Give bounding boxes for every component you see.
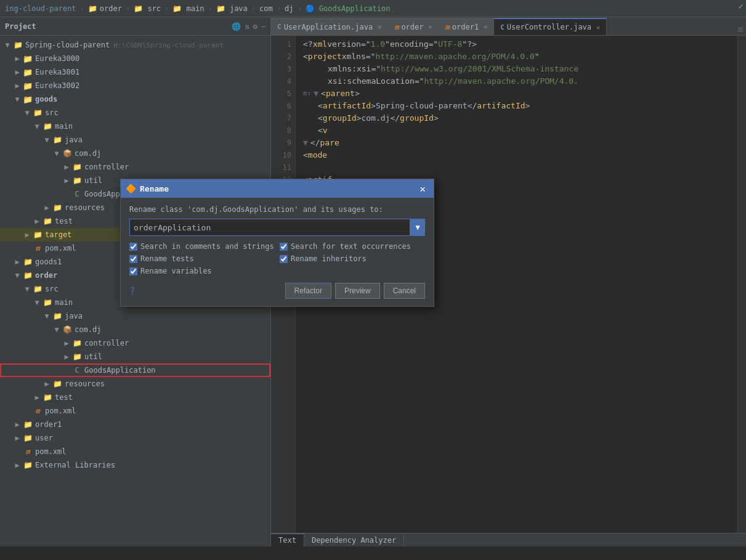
tree-item-order-util[interactable]: ▶ 📁 util	[0, 350, 270, 363]
sync-icon[interactable]: ⇅	[245, 22, 249, 31]
breadcrumb-src[interactable]: 📁 src	[134, 4, 161, 13]
label-goods-resources: resources	[65, 203, 105, 212]
tab-order1[interactable]: m order1 ✕	[439, 18, 495, 35]
checkbox-row-variables: Rename variables	[271, 267, 275, 275]
rename-dropdown[interactable]: ▼	[410, 219, 425, 236]
bottom-tab-dependency[interactable]: Dependency Analyzer	[304, 534, 404, 547]
tree-item-order1[interactable]: ▶ 📁 order1	[0, 418, 270, 431]
rename-input[interactable]	[271, 219, 410, 236]
code-line-3: xmlns:xsi="http://www.w3.org/2001/XMLSch…	[303, 63, 737, 75]
bottom-tab-text[interactable]: Text	[271, 534, 304, 547]
rename-dialog-close[interactable]: ✕	[416, 182, 429, 195]
label-goods-test: test	[55, 217, 73, 225]
breadcrumb-file[interactable]: 🔵 GoodsApplication	[306, 4, 391, 13]
code-line-9: ▼ </pare	[303, 137, 737, 149]
tree-item-order-java[interactable]: ▼ 📁 java	[0, 309, 270, 323]
tree-item-order-goodsapp[interactable]: ▶ C GoodsApplication	[0, 363, 270, 377]
tree-item-order-controller[interactable]: ▶ 📁 controller	[0, 336, 270, 350]
folder-icon-order-test: 📁	[42, 392, 53, 402]
tab-userapplication[interactable]: C UserApplication.java ✕	[271, 18, 388, 35]
tree-item-goods-src[interactable]: ▼ 📁 src	[0, 106, 270, 120]
xml-icon-goods-pom: m	[32, 243, 43, 253]
breadcrumb-com[interactable]: com	[259, 4, 273, 13]
tree-item-goods-controller[interactable]: ▶ 📁 controller	[0, 160, 270, 174]
label-goods-java: java	[65, 136, 83, 144]
label-order-controller: controller	[84, 339, 129, 347]
folder-icon-eureka3000: 📁	[22, 54, 33, 63]
tab-close-usercontroller[interactable]: ✕	[596, 24, 600, 31]
tabs-overflow-icon[interactable]: ≡	[737, 23, 744, 35]
sidebar-icons: 🌐 ⇅ ⚙ −	[232, 22, 266, 31]
tree-item-eureka3001[interactable]: ▶ 📁 Eureka3001	[0, 65, 270, 79]
label-goods-controller: controller	[84, 163, 129, 171]
label-ext-libs: External Libraries	[35, 461, 115, 469]
arrow-goods-test: ▶	[32, 217, 42, 225]
tree-item-goods-java[interactable]: ▼ 📁 java	[0, 133, 270, 147]
rename-dialog[interactable]: 🔶 Rename ✕ Rename class 'com.dj.GoodsApp…	[271, 179, 434, 307]
folder-icon-goods-src: 📁	[32, 108, 43, 118]
tree-item-eureka3000[interactable]: ▶ 📁 Eureka3000	[0, 52, 270, 65]
tree-item-order-comdj[interactable]: ▼ 📦 com.dj	[0, 323, 270, 336]
tree-item-root[interactable]: ▼ 📁 Spring-cloud-parent H:\CSDN\Spring-c…	[0, 38, 270, 52]
label-goods-src: src	[45, 108, 59, 117]
label-order-goodsapp: GoodsApplication	[84, 366, 156, 375]
label-goods-comdj: com.dj	[75, 149, 101, 158]
breadcrumb-main[interactable]: 📁 main	[172, 4, 204, 13]
label-order-src: src	[45, 285, 59, 293]
arrow-goods: ▼	[12, 95, 22, 103]
root-label: Spring-cloud-parent	[25, 41, 110, 49]
label-goods-main: main	[55, 122, 73, 131]
arrow-goods-resources: ▶	[42, 203, 52, 212]
arrow-goods-util: ▶	[62, 176, 71, 185]
tree-item-ext-libs[interactable]: ▶ 📁 External Libraries	[0, 458, 270, 472]
tree-item-order-resources[interactable]: ▶ 📁 resources	[0, 377, 270, 391]
tab-label-order: order	[401, 23, 423, 31]
code-line-10: <mode	[303, 149, 737, 161]
label-goods: goods	[35, 95, 57, 103]
tab-close-userapplication[interactable]: ✕	[378, 23, 381, 30]
code-line-11	[303, 161, 737, 174]
tab-usercontroller[interactable]: C UserController.java ✕	[494, 18, 607, 35]
tree-item-goods[interactable]: ▼ 📁 goods	[0, 92, 270, 106]
arrow-user: ▶	[12, 434, 22, 442]
folder-icon-root: 📁	[12, 40, 23, 50]
preview-button[interactable]: Preview	[335, 283, 380, 299]
tree-item-eureka3002[interactable]: ▶ 📁 Eureka3002	[0, 79, 270, 92]
tab-order[interactable]: m order ✕	[388, 18, 439, 35]
editor-area: C UserApplication.java ✕ m order ✕ m ord…	[271, 17, 746, 546]
globe-icon[interactable]: 🌐	[232, 22, 241, 31]
breadcrumb-dj[interactable]: dj	[285, 4, 293, 13]
tree-item-root-pom[interactable]: ▶ m pom.xml	[0, 445, 270, 458]
tree-item-goods-main[interactable]: ▼ 📁 main	[0, 120, 270, 133]
checkbox-text[interactable]	[280, 243, 288, 251]
label-eureka3002: Eureka3002	[35, 81, 79, 90]
m-icon-order: m	[394, 23, 399, 31]
breadcrumb-order[interactable]: order	[100, 4, 122, 13]
breadcrumb-java[interactable]: 📁 java	[216, 4, 248, 13]
cancel-button[interactable]: Cancel	[384, 283, 425, 299]
bottom-tab-dependency-label: Dependency Analyzer	[312, 536, 396, 545]
label-order-util: util	[84, 352, 102, 361]
checkbox-inheritors[interactable]	[280, 255, 288, 263]
tree-item-order-pom[interactable]: ▶ m pom.xml	[0, 404, 270, 418]
tab-close-order1[interactable]: ✕	[484, 23, 487, 30]
label-order1: order1	[35, 420, 62, 429]
breadcrumb-folder-order[interactable]: 📁	[88, 4, 97, 13]
bottom-bar: Text Dependency Analyzer	[271, 533, 746, 546]
tree-item-order-test[interactable]: ▶ 📁 test	[0, 391, 270, 404]
arrow-order-util: ▶	[62, 352, 71, 361]
folder-icon-eureka3001: 📁	[22, 67, 33, 77]
breadcrumb-item[interactable]: ing-cloud-parent	[5, 4, 76, 13]
minimize-icon[interactable]: −	[261, 22, 266, 31]
tree-item-goods-comdj[interactable]: ▼ 📦 com.dj	[0, 147, 270, 160]
xml-icon-root-pom: m	[22, 447, 33, 457]
rename-input-row: ▼	[271, 219, 425, 236]
refactor-button[interactable]: Refactor	[285, 283, 331, 299]
gear-icon[interactable]: ⚙	[253, 22, 257, 31]
code-line-5: m↑ ▼ <parent>	[303, 87, 737, 100]
label-root-pom: pom.xml	[35, 447, 67, 456]
tree-item-user[interactable]: ▶ 📁 user	[0, 431, 270, 445]
breadcrumb-bar: ing-cloud-parent › 📁 order › 📁 src › 📁 m…	[0, 0, 746, 17]
root-path: H:\CSDN\Spring-cloud-parent	[113, 41, 224, 49]
tab-close-order[interactable]: ✕	[429, 23, 432, 30]
